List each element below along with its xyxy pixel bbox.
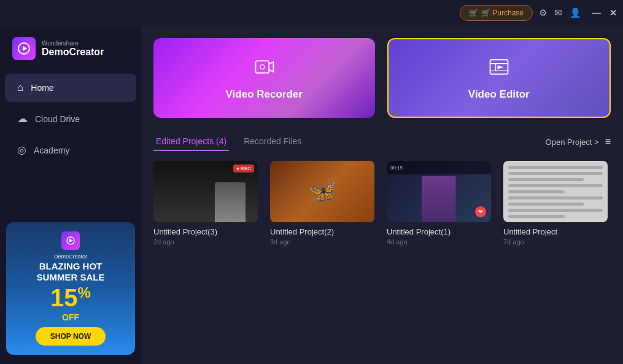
ad-logo-icon bbox=[61, 231, 80, 250]
logo-text: Wondershare DemoCreator bbox=[42, 40, 104, 58]
title-bar: 🛒 🛒 Purchase ⚙ ✉ 👤 — ✕ bbox=[0, 0, 623, 26]
tab-recorded-files[interactable]: Recorded Files bbox=[241, 133, 304, 151]
recorder-icon bbox=[252, 55, 276, 83]
project-card-3[interactable]: ● REC Untitled Project(3) 2d ago bbox=[153, 161, 258, 246]
app-body: Wondershare DemoCreator ⌂ Home ☁ Cloud D… bbox=[0, 26, 623, 364]
project-thumb-0 bbox=[503, 161, 608, 222]
sidebar-item-cloud-drive[interactable]: ☁ Cloud Drive bbox=[5, 104, 136, 133]
purchase-button[interactable]: 🛒 🛒 Purchase bbox=[460, 5, 533, 21]
project-card-1[interactable]: 00:15 ❤ Untitled Project(1) 4d ago bbox=[387, 161, 491, 246]
hero-cards: Video Recorder Video Editor bbox=[153, 38, 611, 118]
ad-discount: 15% bbox=[50, 285, 91, 310]
mail-icon[interactable]: ✉ bbox=[554, 7, 562, 18]
svg-marker-3 bbox=[69, 239, 73, 242]
home-icon: ⌂ bbox=[17, 82, 23, 94]
title-bar-icons: ⚙ ✉ 👤 bbox=[539, 7, 581, 18]
logo-main: DemoCreator bbox=[42, 47, 104, 58]
sidebar: Wondershare DemoCreator ⌂ Home ☁ Cloud D… bbox=[0, 26, 141, 364]
recorder-label: Video Recorder bbox=[226, 88, 303, 101]
project-card-0[interactable]: Untitled Project 7d ago bbox=[503, 161, 608, 246]
editor-icon bbox=[487, 55, 511, 83]
ad-banner: DemoCreator BLAZING HOT SUMMER SALE 15% … bbox=[6, 222, 135, 355]
sidebar-item-cloud-label: Cloud Drive bbox=[35, 114, 80, 124]
ad-title-line1: BLAZING HOT bbox=[39, 261, 103, 272]
ad-brand: DemoCreator bbox=[54, 254, 87, 260]
close-button[interactable]: ✕ bbox=[609, 8, 617, 18]
editor-label: Video Editor bbox=[468, 88, 530, 101]
shop-now-button[interactable]: SHOP NOW bbox=[36, 327, 106, 346]
svg-marker-1 bbox=[23, 46, 27, 51]
logo-sub: Wondershare bbox=[42, 40, 104, 47]
projects-grid: ● REC Untitled Project(3) 2d ago 🦋 Untit… bbox=[153, 161, 611, 246]
window-controls: — ✕ bbox=[592, 8, 617, 18]
svg-marker-7 bbox=[498, 66, 502, 69]
project-card-2[interactable]: 🦋 Untitled Project(2) 3d ago bbox=[270, 161, 374, 246]
project-time-3: 2d ago bbox=[153, 238, 258, 246]
profile-icon[interactable]: 👤 bbox=[570, 7, 581, 18]
video-editor-card[interactable]: Video Editor bbox=[387, 38, 611, 118]
project-time-0: 7d ago bbox=[503, 238, 608, 246]
main-content: Video Recorder Video Editor bbox=[141, 26, 623, 364]
sidebar-item-home[interactable]: ⌂ Home bbox=[5, 74, 136, 102]
project-name-2: Untitled Project(2) bbox=[270, 227, 374, 236]
project-name-1: Untitled Project(1) bbox=[387, 227, 491, 236]
minimize-button[interactable]: — bbox=[592, 8, 601, 18]
sidebar-item-academy-label: Academy bbox=[34, 145, 69, 155]
logo-area: Wondershare DemoCreator bbox=[0, 26, 141, 72]
settings-icon[interactable]: ⚙ bbox=[539, 7, 547, 18]
project-time-1: 4d ago bbox=[387, 238, 491, 246]
tab-edited-projects[interactable]: Edited Projects (4) bbox=[153, 133, 229, 151]
project-name-3: Untitled Project(3) bbox=[153, 227, 258, 236]
svg-rect-4 bbox=[256, 61, 269, 73]
project-thumb-2: 🦋 bbox=[270, 161, 374, 222]
app-logo-icon bbox=[12, 37, 36, 60]
cloud-icon: ☁ bbox=[17, 112, 28, 125]
sidebar-item-academy[interactable]: ◎ Academy bbox=[5, 136, 136, 165]
sidebar-item-home-label: Home bbox=[31, 83, 53, 93]
grid-view-icon[interactable]: ≡ bbox=[605, 136, 611, 147]
open-project-button[interactable]: Open Project > bbox=[546, 137, 599, 147]
project-thumb-3: ● REC bbox=[153, 161, 258, 222]
tabs-row: Edited Projects (4) Recorded Files Open … bbox=[153, 133, 611, 151]
project-thumb-1: 00:15 ❤ bbox=[387, 161, 491, 222]
ad-title-line2: SUMMER SALE bbox=[37, 272, 105, 283]
video-recorder-card[interactable]: Video Recorder bbox=[153, 38, 375, 118]
academy-icon: ◎ bbox=[17, 144, 26, 157]
project-name-0: Untitled Project bbox=[503, 227, 608, 236]
project-time-2: 3d ago bbox=[270, 238, 374, 246]
notification-badge: ❤ bbox=[475, 206, 486, 217]
svg-point-5 bbox=[260, 64, 265, 69]
ad-off: OFF bbox=[62, 312, 79, 322]
